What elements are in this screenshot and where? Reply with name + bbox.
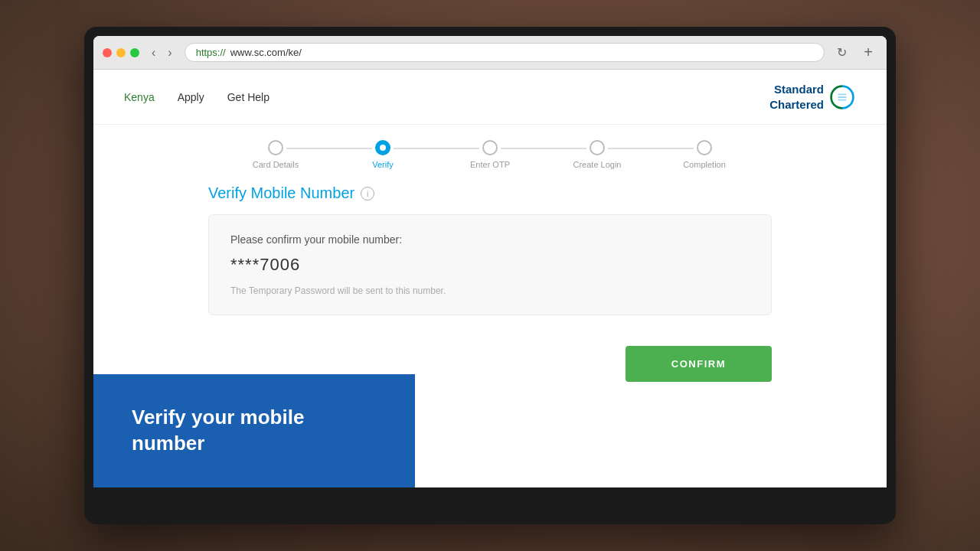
step-verify: Verify — [329, 140, 436, 169]
section-title-text: Verify Mobile Number — [208, 184, 354, 202]
step-label-card-details: Card Details — [253, 160, 299, 169]
progress-section: Card Details Verify Enter OTP C — [93, 125, 887, 169]
step-completion: Completion — [651, 140, 758, 169]
nav-buttons: ‹ › — [147, 44, 177, 61]
section-title: Verify Mobile Number i — [208, 184, 772, 202]
site-header: Kenya Apply Get Help Standard Chartered — [93, 70, 887, 125]
steps-container: Card Details Verify Enter OTP C — [222, 140, 758, 169]
new-tab-button[interactable]: + — [859, 42, 877, 63]
nav-left: Kenya Apply Get Help — [124, 91, 270, 103]
browser-chrome: ‹ › https://www.sc.com/ke/ ↻ + — [93, 36, 887, 70]
browser-window: ‹ › https://www.sc.com/ke/ ↻ + Kenya App… — [93, 36, 887, 487]
refresh-button[interactable]: ↻ — [832, 44, 851, 61]
minimize-button[interactable] — [116, 48, 126, 57]
sc-logo-text: Standard Chartered — [769, 82, 824, 112]
nav-help[interactable]: Get Help — [227, 91, 270, 103]
blue-banner: Verify your mobile number — [93, 374, 415, 487]
laptop-frame: ‹ › https://www.sc.com/ke/ ↻ + Kenya App… — [84, 27, 896, 524]
sc-logo-line2: Chartered — [769, 98, 824, 111]
banner-text: Verify your mobile number — [132, 405, 377, 457]
step-circle-card-details — [268, 140, 283, 155]
nav-apply[interactable]: Apply — [178, 91, 204, 103]
info-icon[interactable]: i — [361, 187, 374, 201]
step-circle-otp — [482, 140, 498, 155]
url-domain: www.sc.com/ke/ — [230, 47, 302, 58]
step-label-otp: Enter OTP — [470, 160, 510, 169]
sc-logo-line1: Standard — [774, 83, 824, 96]
phone-number: ****7006 — [230, 255, 750, 275]
step-create-login: Create Login — [544, 140, 651, 169]
step-circle-verify — [375, 140, 390, 155]
nav-region[interactable]: Kenya — [124, 91, 155, 103]
page-content: Kenya Apply Get Help Standard Chartered — [93, 70, 887, 487]
close-button[interactable] — [103, 48, 112, 57]
step-label-verify: Verify — [372, 160, 394, 169]
forward-button[interactable]: › — [163, 44, 176, 61]
step-card-details: Card Details — [222, 140, 329, 169]
temp-password-note: The Temporary Password will be sent to t… — [230, 285, 750, 296]
main-content: Verify Mobile Number i Please confirm yo… — [93, 169, 887, 346]
back-button[interactable]: ‹ — [147, 44, 160, 61]
sc-logo: Standard Chartered — [769, 82, 856, 112]
address-bar[interactable]: https://www.sc.com/ke/ — [185, 43, 825, 62]
maximize-button[interactable] — [130, 48, 139, 57]
url-protocol: https:// — [196, 47, 226, 58]
verify-card: Please confirm your mobile number: ****7… — [208, 214, 772, 315]
step-circle-login — [590, 140, 605, 155]
sc-logo-icon — [828, 83, 856, 111]
traffic-lights — [103, 48, 139, 57]
step-enter-otp: Enter OTP — [436, 140, 544, 169]
step-label-completion: Completion — [683, 160, 726, 169]
step-circle-completion — [697, 140, 712, 155]
step-label-login: Create Login — [573, 160, 622, 169]
confirm-button[interactable]: CONFIRM — [626, 346, 772, 382]
confirm-label: Please confirm your mobile number: — [230, 233, 750, 246]
